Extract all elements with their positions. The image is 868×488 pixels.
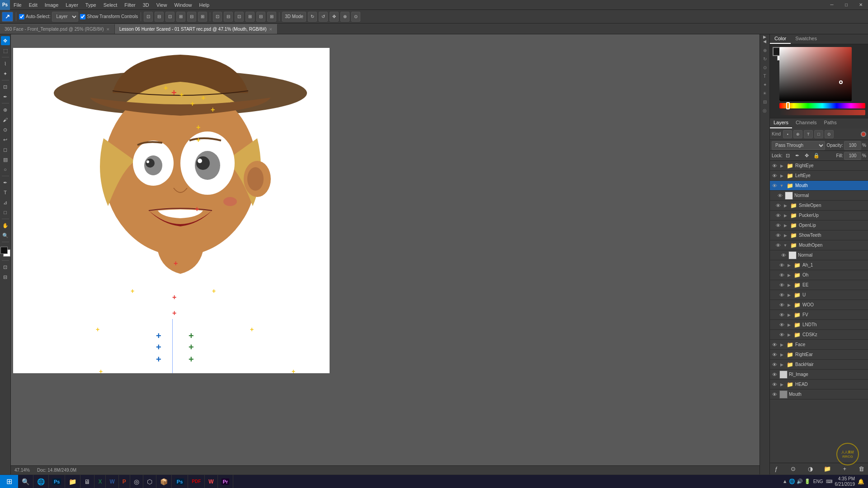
lock-pixels[interactable]: ✒ <box>793 152 802 160</box>
marker-lower-r1[interactable]: + <box>172 293 176 301</box>
layer-expand-open-lip[interactable]: ▶ <box>783 222 788 229</box>
layer-open-lip[interactable]: 👁 ▶ 📁 OpenLip <box>770 221 868 230</box>
layer-vis-rl-image[interactable]: 👁 <box>771 371 778 378</box>
history-tool[interactable]: ↩ <box>1 135 10 144</box>
kind-filter-adj[interactable]: ⊕ <box>793 130 802 138</box>
kind-filter-shape[interactable]: □ <box>814 130 823 138</box>
kind-filter-pixel[interactable]: ▪ <box>783 130 792 138</box>
panel-btn-6[interactable]: ✦ <box>761 81 769 88</box>
layer-vis-mouth[interactable]: 👁 <box>771 182 778 189</box>
marker-lower-y6[interactable]: + <box>292 368 295 373</box>
layer-expand-pucker-up[interactable]: ▶ <box>783 212 788 219</box>
layer-expand-mouth[interactable]: ▼ <box>779 182 784 189</box>
panel-btn-5[interactable]: T <box>761 72 769 80</box>
lock-all[interactable]: 🔒 <box>812 152 821 160</box>
auto-select-type[interactable]: Layer Group <box>52 12 78 22</box>
kind-filter-active[interactable] <box>861 131 866 137</box>
wand-tool[interactable]: ✦ <box>1 69 10 78</box>
layer-vis-mouth-2[interactable]: 👁 <box>771 391 778 398</box>
layer-vis-fv[interactable]: 👁 <box>778 311 785 319</box>
shape-tool[interactable]: □ <box>1 208 10 217</box>
layer-vis-lndth[interactable]: 👁 <box>778 321 785 328</box>
screen-mode-tool[interactable]: ⊟ <box>1 272 10 282</box>
menu-select[interactable]: Select <box>100 1 121 9</box>
taskbar-ppt[interactable]: P <box>119 475 130 488</box>
layer-head[interactable]: 👁 ▶ 📁 HEAD <box>770 380 868 389</box>
tab-1-close[interactable]: ✕ <box>106 27 110 32</box>
layer-right-ear[interactable]: 👁 ▶ 📁 RightEar <box>770 350 868 360</box>
menu-file[interactable]: File <box>10 1 25 9</box>
create-group-btn[interactable]: 📁 <box>823 465 832 474</box>
layer-expand-back-hair[interactable]: ▶ <box>779 361 784 368</box>
layer-expand-ee[interactable]: ▶ <box>786 282 792 289</box>
taskbar-wps-word[interactable]: W <box>205 475 217 488</box>
layer-pucker-up[interactable]: 👁 ▶ 📁 PuckerUp <box>770 211 868 221</box>
layer-expand-right-ear[interactable]: ▶ <box>779 351 784 358</box>
auto-select-checkbox[interactable] <box>19 14 24 19</box>
taskbar-chrome[interactable]: 🌐 <box>33 475 49 488</box>
tab-2-close[interactable]: ✕ <box>269 27 273 32</box>
layer-oh[interactable]: 👁 ▶ 📁 Oh <box>770 270 868 280</box>
layer-vis-woo[interactable]: 👁 <box>778 301 785 309</box>
path-tool[interactable]: ⊿ <box>1 198 10 207</box>
lock-position[interactable]: ✥ <box>803 152 811 160</box>
create-layer-btn[interactable]: + <box>840 465 849 474</box>
marker-lower-r2[interactable]: + <box>172 309 176 317</box>
layer-expand-cdskz[interactable]: ▶ <box>786 331 792 338</box>
marker-lower-y3[interactable]: + <box>96 326 99 333</box>
marker-green-1[interactable]: + <box>189 331 194 341</box>
kind-filter-smart[interactable]: ⊙ <box>825 130 834 138</box>
marker-blue-1[interactable]: + <box>156 331 161 341</box>
opacity-input[interactable] <box>844 141 861 150</box>
taskbar-word[interactable]: W <box>106 475 118 488</box>
layer-vis-mouth-open[interactable]: 👁 <box>774 242 782 249</box>
align-left-btn[interactable]: ⊡ <box>144 12 153 22</box>
layer-vis-ah1[interactable]: 👁 <box>778 262 785 269</box>
color-selector[interactable] <box>0 246 10 258</box>
menu-image[interactable]: Image <box>41 1 62 9</box>
distribute-top-btn[interactable]: ⊞ <box>245 12 255 22</box>
layers-tab-layers[interactable]: Layers <box>770 118 792 128</box>
add-adjustment-btn[interactable]: ◑ <box>806 465 815 474</box>
panel-btn-9[interactable]: ◎ <box>761 107 769 114</box>
delete-layer-btn[interactable]: 🗑 <box>857 465 866 474</box>
hue-bar[interactable] <box>779 103 865 108</box>
lock-transparent[interactable]: ⊡ <box>784 152 792 160</box>
align-right-btn[interactable]: ⊡ <box>165 12 175 22</box>
move-tool[interactable]: ✥ <box>1 36 10 45</box>
layer-vis-ee[interactable]: 👁 <box>778 282 785 289</box>
layer-back-hair[interactable]: 👁 ▶ 📁 BackHair <box>770 360 868 370</box>
panel-btn-4[interactable]: ⊙ <box>761 64 769 71</box>
layer-cdskz[interactable]: 👁 ▶ 📁 CDSKz <box>770 330 868 340</box>
taskbar-app1[interactable]: ◎ <box>130 475 143 488</box>
layer-vis-right-eye[interactable]: 👁 <box>771 162 778 169</box>
taskbar-search[interactable]: 🔍 <box>18 475 33 488</box>
layer-smile-open[interactable]: 👁 ▶ 📁 SmileOpen <box>770 201 868 211</box>
layer-vis-right-ear[interactable]: 👁 <box>771 351 778 358</box>
rotate-3d-btn[interactable]: ↻ <box>308 12 317 22</box>
menu-3d[interactable]: 3D <box>139 1 153 9</box>
taskbar-app2[interactable]: ⬡ <box>143 475 156 488</box>
layer-right-eye[interactable]: 👁 ▶ 📁 RightEye <box>770 161 868 171</box>
canvas-area[interactable]: + + + + + + + + + + + + + + + + + + + <box>11 34 760 474</box>
roll-3d-btn[interactable]: ↺ <box>319 12 328 22</box>
taskbar-premiere[interactable]: Pr <box>218 475 234 488</box>
maximize-button[interactable]: □ <box>839 0 854 10</box>
3d-mode-btn[interactable]: 3D Mode <box>282 12 306 22</box>
lasso-tool[interactable]: ⌇ <box>1 59 10 68</box>
layer-left-eye[interactable]: 👁 ▶ 📁 LeftEye <box>770 171 868 181</box>
layer-normal-1[interactable]: 👁 Normal <box>770 191 868 201</box>
distribute-middle-btn[interactable]: ⊟ <box>256 12 265 22</box>
marker-red-hat[interactable]: + <box>171 88 177 98</box>
marker-green-2[interactable]: + <box>189 342 194 352</box>
layer-vis-back-hair[interactable]: 👁 <box>771 361 778 368</box>
layer-expand-smile-open[interactable]: ▶ <box>783 202 788 209</box>
minimize-button[interactable]: ─ <box>825 0 839 10</box>
taskbar-pdf[interactable]: PDF <box>188 475 205 488</box>
kind-filter-type[interactable]: T <box>804 130 813 138</box>
layer-mouth-open[interactable]: 👁 ▼ 📁 MouthOpen <box>770 240 868 250</box>
fill-input[interactable] <box>844 152 861 160</box>
panel-btn-8[interactable]: ⊟ <box>761 98 769 105</box>
layer-show-teeth[interactable]: 👁 ▶ 📁 ShowTeeth <box>770 230 868 240</box>
alpha-bar[interactable] <box>779 110 865 115</box>
